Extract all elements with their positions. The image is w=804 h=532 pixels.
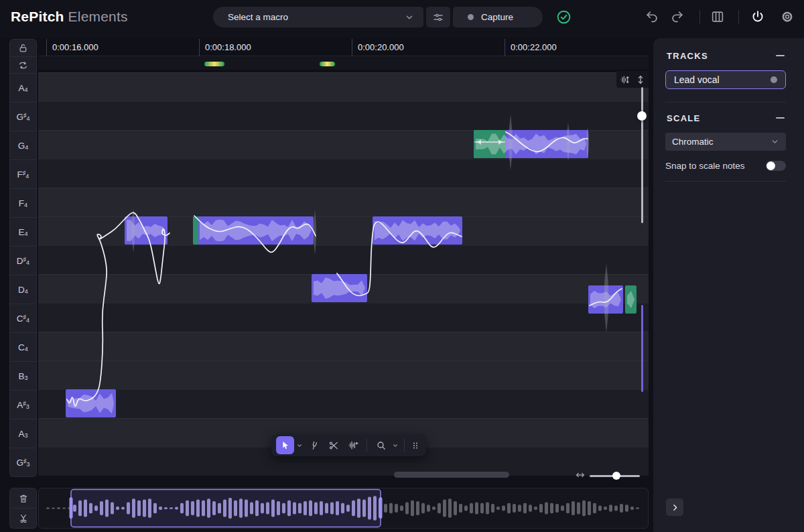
tool-divider xyxy=(404,439,405,452)
note-label-d4[interactable]: D4 xyxy=(9,275,37,304)
selection-handle-left[interactable] xyxy=(70,497,73,519)
piano-row-9 xyxy=(38,332,649,360)
arrows-up-down-icon[interactable] xyxy=(635,74,646,85)
pitch-block[interactable] xyxy=(66,389,116,417)
horizontal-scrollbar[interactable] xyxy=(394,472,509,478)
piano-row-0 xyxy=(38,72,649,101)
snap-label: Snap to scale notes xyxy=(665,161,766,171)
layout-columns-button[interactable] xyxy=(710,9,726,25)
chevron-down-icon[interactable] xyxy=(295,442,304,449)
split-button[interactable] xyxy=(9,509,37,529)
scissors-icon xyxy=(18,513,29,524)
audio-overview[interactable] xyxy=(38,488,649,529)
note-label-f4[interactable]: F4 xyxy=(9,189,37,218)
ruler-tick-label: 0:00:18.000 xyxy=(205,42,251,52)
piano-row-8 xyxy=(38,303,649,332)
right-panel: TRACKS Lead vocal SCALE Chromatic Snap t… xyxy=(653,38,804,532)
panel-divider xyxy=(665,181,786,182)
vertical-scrollbar[interactable] xyxy=(641,305,644,392)
collapse-tracks-button[interactable] xyxy=(776,51,785,60)
pitch-block[interactable] xyxy=(312,274,367,302)
pitch-block[interactable] xyxy=(474,130,588,158)
piano-row-4 xyxy=(38,188,649,216)
lock-button[interactable] xyxy=(9,39,37,57)
chevron-down-icon xyxy=(405,13,414,22)
piano-row-10 xyxy=(38,360,649,389)
trash-icon xyxy=(18,493,29,504)
chevron-down-icon xyxy=(770,137,779,146)
arrows-left-right-icon xyxy=(575,471,586,479)
track-name: Lead vocal xyxy=(674,74,770,85)
collapse-scale-button[interactable] xyxy=(776,113,785,123)
track-status-dot xyxy=(770,76,777,83)
track-item-lead-vocal[interactable]: Lead vocal xyxy=(665,70,786,89)
capture-button[interactable]: Capture xyxy=(453,7,543,27)
note-label-gs4[interactable]: G♯4 xyxy=(9,103,37,131)
gear-button[interactable] xyxy=(779,9,795,25)
piano-row-1 xyxy=(38,101,649,130)
ruler-tick xyxy=(505,39,505,56)
timeline-ruler[interactable]: 0:00:16.0000:00:18.0000:00:20.0000:00:22… xyxy=(38,39,649,56)
power-button[interactable] xyxy=(750,9,766,25)
ruler-tick xyxy=(352,39,352,56)
select-tool[interactable] xyxy=(276,436,294,454)
capture-label: Capture xyxy=(481,12,513,22)
pitch-accuracy-marker xyxy=(204,62,224,66)
macro-select[interactable]: Select a macro xyxy=(213,7,423,27)
toolbar-divider xyxy=(699,10,700,24)
note-label-as3[interactable]: A♯3 xyxy=(9,391,37,419)
repeat-icon xyxy=(17,60,29,71)
pitch-accuracy-strip xyxy=(38,57,649,71)
ruler-tick xyxy=(46,39,47,56)
record-dot-icon xyxy=(468,14,474,20)
pitch-block[interactable] xyxy=(125,216,168,245)
note-label-a3[interactable]: A3 xyxy=(9,419,37,448)
delete-button[interactable] xyxy=(9,488,37,509)
note-label-a4[interactable]: A4 xyxy=(9,74,37,103)
pitch-block[interactable] xyxy=(193,216,314,245)
grip-handle[interactable] xyxy=(409,436,421,454)
note-label-g4[interactable]: G4 xyxy=(9,131,37,160)
selection-handle-right[interactable] xyxy=(379,497,383,519)
view-mini-toolbar xyxy=(616,71,649,88)
note-label-ds4[interactable]: D♯4 xyxy=(9,247,37,275)
note-label-gs3[interactable]: G♯3 xyxy=(9,448,37,477)
zoom-tool[interactable] xyxy=(372,436,390,454)
horizontal-zoom-knob[interactable] xyxy=(612,472,620,480)
note-label-column: A4G♯4G4F♯4F4E4D♯4D4C♯4C4B3A♯3A3G♯3 xyxy=(9,74,37,477)
vertical-zoom-slider[interactable] xyxy=(641,87,643,223)
note-label-c4[interactable]: C4 xyxy=(9,333,37,362)
note-label-b3[interactable]: B3 xyxy=(9,362,37,391)
app-logo: RePitchElements xyxy=(11,9,128,25)
redo-button[interactable] xyxy=(669,9,685,25)
tool-divider xyxy=(366,439,367,452)
overview-selection[interactable] xyxy=(71,490,381,527)
pitch-block[interactable] xyxy=(373,216,462,245)
loop-button[interactable] xyxy=(9,57,37,74)
cut-tool[interactable] xyxy=(324,436,342,454)
toggle-knob xyxy=(766,161,775,170)
ruler-tick-label: 0:00:22.000 xyxy=(511,42,557,52)
pitch-block[interactable] xyxy=(625,285,636,314)
tracks-header: TRACKS xyxy=(667,51,708,61)
macro-select-label: Select a macro xyxy=(228,12,405,22)
piano-row-6 xyxy=(38,245,649,274)
note-label-e4[interactable]: E4 xyxy=(9,218,37,247)
vertical-zoom-knob[interactable] xyxy=(637,111,647,121)
note-label-fs4[interactable]: F♯4 xyxy=(9,160,37,189)
snap-toggle[interactable] xyxy=(766,161,786,171)
ruler-tick-label: 0:00:16.000 xyxy=(52,42,98,52)
pitch-tool[interactable] xyxy=(305,436,323,454)
expand-panel-button[interactable] xyxy=(666,498,683,516)
note-label-cs4[interactable]: C♯4 xyxy=(9,304,37,333)
undo-button[interactable] xyxy=(644,9,660,25)
pitch-block[interactable] xyxy=(588,285,623,314)
scale-dropdown[interactable]: Chromatic xyxy=(665,133,786,151)
warp-tool[interactable] xyxy=(344,436,362,454)
chevron-down-icon[interactable] xyxy=(391,442,399,449)
check-circle-icon xyxy=(555,9,572,25)
toolbar-divider xyxy=(738,10,739,24)
waveform-zoom-icon[interactable] xyxy=(619,74,630,85)
macro-settings-button[interactable] xyxy=(426,7,450,27)
pitch-accuracy-marker xyxy=(320,62,335,66)
